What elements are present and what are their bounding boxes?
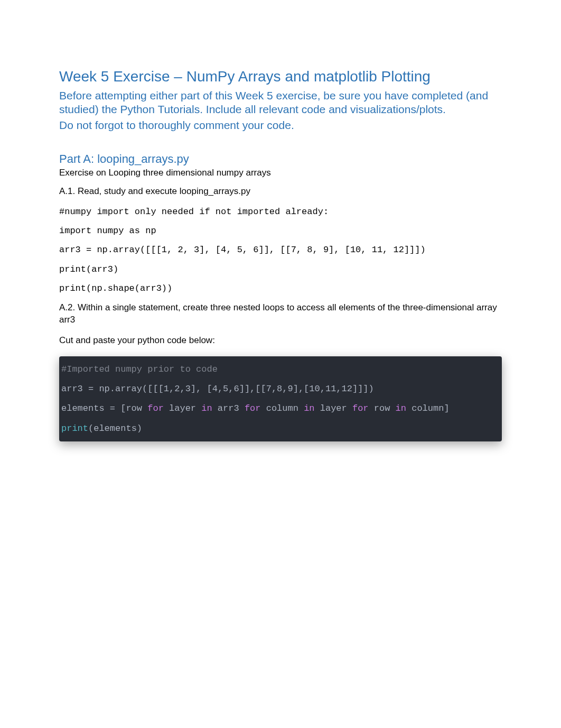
intro-paragraph-1: Before attempting either part of this We…	[59, 89, 502, 117]
code-comment-line: #numpy import only needed if not importe…	[59, 206, 502, 218]
solution-code-block: #Imported numpy prior to code arr3 = np.…	[59, 356, 502, 442]
code-line-listcomp: elements = [row for layer in arr3 for co…	[61, 403, 450, 413]
part-a1-instruction: A.1. Read, study and execute looping_arr…	[59, 186, 502, 198]
code-line-comment: #Imported numpy prior to code	[61, 364, 218, 374]
code-import-line: import numpy as np	[59, 225, 502, 237]
part-a-subtitle: Exercise on Looping three dimensional nu…	[59, 167, 502, 179]
part-a-heading: Part A: looping_arrays.py	[59, 152, 502, 166]
code-line-print: print(elements)	[61, 423, 142, 434]
code-print-arr-line: print(arr3)	[59, 264, 502, 275]
code-array-line: arr3 = np.array([[[1, 2, 3], [4, 5, 6]],…	[59, 244, 502, 256]
cut-paste-instruction: Cut and paste your python code below:	[59, 335, 502, 347]
document-page: Week 5 Exercise – NumPy Arrays and matpl…	[0, 0, 561, 441]
code-line-array-def: arr3 = np.array([[[1,2,3], [4,5,6]],[[7,…	[61, 384, 374, 394]
page-title: Week 5 Exercise – NumPy Arrays and matpl…	[59, 68, 502, 86]
part-a2-instruction: A.2. Within a single statement, create t…	[59, 302, 502, 326]
code-print-shape-line: print(np.shape(arr3))	[59, 283, 502, 294]
intro-paragraph-2: Do not forgot to thoroughly comment your…	[59, 118, 502, 132]
